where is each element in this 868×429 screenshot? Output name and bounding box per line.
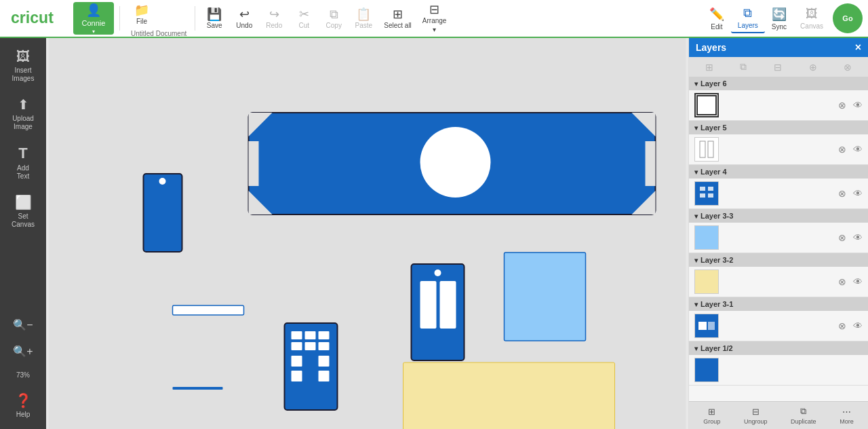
svg-rect-43 <box>708 322 715 330</box>
layer-3-2-header[interactable]: ▾ Layer 3-2 <box>689 253 868 267</box>
edit-button[interactable]: ✏️ Edit <box>703 3 731 33</box>
svg-rect-33 <box>708 141 713 157</box>
ungroup-icon: ⊟ <box>752 407 760 417</box>
layer-6-x-button[interactable]: ⊗ <box>838 100 846 111</box>
sidebar-item-set-canvas[interactable]: ⬜ Set Canvas <box>3 189 43 234</box>
zoom-in-icon: 🔍+ <box>13 345 33 358</box>
canvas-button[interactable]: 🖼 Canvas <box>793 3 830 33</box>
svg-text:cricut: cricut <box>11 9 54 26</box>
layers-panel: Layers × ⊞ ⧉ ⊟ ⊕ ⊗ <box>688 38 868 429</box>
layer-3-3-eye-button[interactable]: 👁 <box>853 232 863 243</box>
sidebar-item-insert-images[interactable]: 🖼 Insert Images <box>3 43 43 88</box>
layer-3-1-eye-button[interactable]: 👁 <box>853 320 863 331</box>
paste-button[interactable]: 📋 Paste <box>350 3 377 33</box>
layer-5-x-button[interactable]: ⊗ <box>838 144 846 155</box>
layer-3-1-label: Layer 3-1 <box>701 300 733 308</box>
undo-label: Undo <box>236 22 252 29</box>
layer-5-eye-button[interactable]: 👁 <box>853 144 863 155</box>
layer-3-1-header[interactable]: ▾ Layer 3-1 <box>689 297 868 311</box>
lt-icon-2: ⧉ <box>740 61 747 73</box>
arrange-label: Arrange <box>422 17 447 24</box>
blue-banner-shape <box>249 113 656 214</box>
sidebar-item-zoom-out[interactable]: 🔍− <box>3 313 43 337</box>
layer-5-thumb <box>694 137 719 162</box>
svg-rect-19 <box>305 342 316 350</box>
layer-3-1-chevron: ▾ <box>694 301 698 308</box>
right-toolbar: ✏️ Edit ⧉ Layers 🔄 Sync 🖼 Canvas Go <box>703 3 863 33</box>
ungroup-button[interactable]: ⊟ Ungroup <box>740 405 772 426</box>
insert-images-label: Insert Images <box>12 67 35 83</box>
lt-btn-2[interactable]: ⧉ <box>737 60 749 74</box>
layers-close-button[interactable]: × <box>855 42 861 53</box>
user-button[interactable]: 👤 Connie ▾ <box>73 2 114 35</box>
layer-3-2-row: ⊗ 👁 <box>689 267 868 297</box>
save-button[interactable]: 💾 Save <box>201 3 228 33</box>
sidebar-item-help[interactable]: ❓ Help <box>3 387 43 424</box>
svg-rect-31 <box>697 96 716 115</box>
ungroup-label: Ungroup <box>744 418 768 425</box>
cricut-logo: cricut <box>5 9 71 28</box>
layer-group-3-1: ▾ Layer 3-1 ⊗ 👁 <box>689 297 868 341</box>
layer-5-header[interactable]: ▾ Layer 5 <box>689 121 868 134</box>
svg-rect-32 <box>700 141 705 157</box>
file-button[interactable]: 📁 File <box>128 0 155 30</box>
blue-door-center <box>412 264 465 360</box>
layer-3-3-x-button[interactable]: ⊗ <box>838 232 846 243</box>
group-label: Group <box>703 418 720 425</box>
save-icon: 💾 <box>207 8 222 20</box>
layers-button[interactable]: ⧉ Layers <box>731 3 765 33</box>
sync-button[interactable]: 🔄 Sync <box>765 3 793 33</box>
sidebar-item-zoom-in[interactable]: 🔍+ <box>3 339 43 363</box>
layer-3-2-eye-button[interactable]: 👁 <box>853 276 863 287</box>
lt-btn-5[interactable]: ⊗ <box>841 60 854 74</box>
cut-icon: ✂ <box>299 8 309 20</box>
canvas-area[interactable] <box>46 38 688 429</box>
svg-rect-13 <box>173 387 223 390</box>
duplicate-label: Duplicate <box>791 418 816 425</box>
arrange-button[interactable]: ⊟ Arrange▾ <box>418 3 451 33</box>
sidebar-item-upload-image[interactable]: ⬆ Upload Image <box>3 91 43 136</box>
layer-3-1-x-button[interactable]: ⊗ <box>838 320 846 331</box>
select-all-button[interactable]: ⊞ Select all <box>380 3 416 33</box>
layer-4-header[interactable]: ▾ Layer 4 <box>689 165 868 179</box>
redo-button[interactable]: ↪ Redo <box>260 3 288 33</box>
layer-3-3-label: Layer 3-3 <box>701 212 733 220</box>
lt-btn-1[interactable]: ⊞ <box>703 60 716 74</box>
more-button[interactable]: ⋯ More <box>835 405 858 426</box>
svg-rect-36 <box>708 187 713 191</box>
layer-3-2-x-button[interactable]: ⊗ <box>838 276 846 287</box>
save-label: Save <box>207 22 222 29</box>
edit-icon: ✏️ <box>709 7 724 22</box>
duplicate-button[interactable]: ⧉ Duplicate <box>787 405 821 426</box>
layer-6-chevron: ▾ <box>694 80 698 88</box>
layer-6-eye-button[interactable]: 👁 <box>853 100 863 111</box>
copy-button[interactable]: ⧉ Copy <box>320 3 347 33</box>
lt-btn-3[interactable]: ⊟ <box>771 60 785 74</box>
layer-1-2-header[interactable]: ▾ Layer 1/2 <box>689 341 868 355</box>
arrange-icon: ⊟ <box>429 3 439 16</box>
layer-4-x-button[interactable]: ⊗ <box>838 188 846 199</box>
layer-group-5: ▾ Layer 5 ⊗ 👁 <box>689 121 868 165</box>
undo-button[interactable]: ↩ Undo <box>231 3 258 33</box>
cut-button[interactable]: ✂ Cut <box>290 3 317 33</box>
layer-3-2-label: Layer 3-2 <box>701 256 733 264</box>
svg-rect-20 <box>319 342 330 350</box>
go-button[interactable]: Go <box>833 3 863 33</box>
layer-3-3-header[interactable]: ▾ Layer 3-3 <box>689 209 868 223</box>
sync-label: Sync <box>772 23 787 31</box>
sidebar-item-add-text[interactable]: T Add Text <box>3 139 43 186</box>
layer-3-1-row: ⊗ 👁 <box>689 311 868 341</box>
layer-4-eye-button[interactable]: 👁 <box>853 188 863 199</box>
layers-toolbar: ⊞ ⧉ ⊟ ⊕ ⊗ <box>689 57 868 77</box>
sync-icon: 🔄 <box>772 7 787 22</box>
layer-6-label: Layer 6 <box>701 79 727 88</box>
divider-2 <box>195 6 195 31</box>
help-icon: ❓ <box>15 392 32 409</box>
layer-6-header[interactable]: ▾ Layer 6 <box>689 77 868 90</box>
group-button[interactable]: ⊞ Group <box>699 405 724 426</box>
user-label: Connie <box>82 19 106 27</box>
duplicate-icon: ⧉ <box>800 406 806 417</box>
file-icon: 📁 <box>134 4 149 16</box>
svg-point-26 <box>435 269 441 276</box>
lt-btn-4[interactable]: ⊕ <box>806 60 820 74</box>
